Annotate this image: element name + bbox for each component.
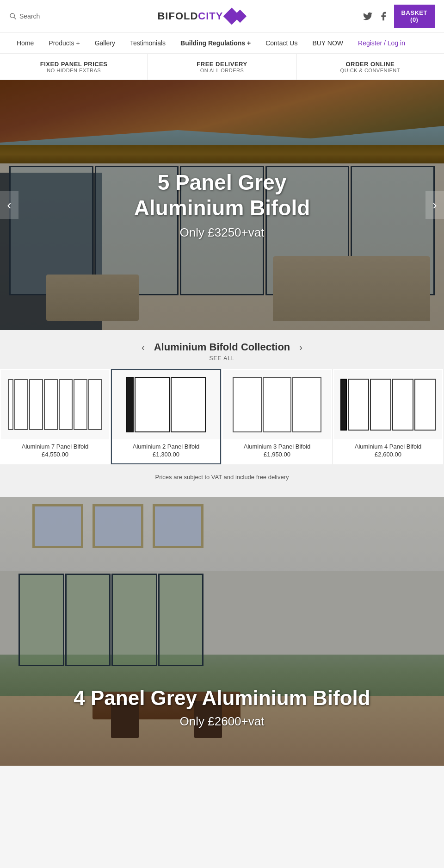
info-sub-2: ON ALL ORDERS	[153, 68, 291, 73]
collection-see-all[interactable]: SEE ALL	[0, 355, 444, 362]
hero-next-button[interactable]: ›	[426, 191, 444, 219]
nav-register[interactable]: Register / Log in	[351, 33, 413, 53]
collection-next-button[interactable]: ›	[299, 342, 302, 353]
collection-prev-button[interactable]: ‹	[142, 342, 145, 353]
collection-items: Aluminium 7 Panel Bifold £4,550.00 Alumi…	[0, 369, 444, 464]
item-price-4panel: £2,600.00	[334, 451, 442, 463]
info-free-delivery: FREE DELIVERY ON ALL ORDERS	[148, 54, 296, 80]
info-title-3: ORDER ONLINE	[301, 61, 439, 68]
nav-gallery[interactable]: Gallery	[87, 33, 123, 53]
collection-item-7panel[interactable]: Aluminium 7 Panel Bifold £4,550.00	[0, 369, 110, 464]
hero-price: Only £3250+vat	[111, 226, 333, 240]
search-icon	[9, 12, 17, 20]
item-name-7panel: Aluminium 7 Panel Bifold	[1, 439, 109, 451]
collection-item-img-2panel	[112, 370, 220, 439]
hero-slider-2: 4 Panel Grey Aluminium Bifold Only £2600…	[0, 497, 444, 766]
collection-item-4panel[interactable]: Aluminium 4 Panel Bifold £2,600.00	[333, 369, 443, 464]
logo[interactable]: BIFOLDCITY	[157, 10, 245, 22]
info-title-2: FREE DELIVERY	[153, 61, 291, 68]
collection-section: ‹ Aluminium Bifold Collection › SEE ALL …	[0, 330, 444, 497]
svg-line-1	[14, 17, 16, 19]
facebook-icon[interactable]	[378, 11, 388, 21]
item-name-3panel: Aluminium 3 Panel Bifold	[223, 439, 331, 451]
info-order-online: ORDER ONLINE QUICK & CONVENIENT	[296, 54, 444, 80]
svg-point-0	[10, 13, 14, 18]
search-label: Search	[19, 12, 40, 20]
nav-contact[interactable]: Contact Us	[258, 33, 305, 53]
header-right: BASKET (0)	[363, 5, 435, 28]
nav-products[interactable]: Products +	[41, 33, 87, 53]
hero-prev-button[interactable]: ‹	[0, 191, 18, 219]
info-title-1: FIXED PANEL PRICES	[5, 61, 143, 68]
collection-item-img-4panel	[334, 370, 442, 439]
prices-note: Prices are subject to VAT and include fr…	[0, 464, 444, 490]
info-bar: FIXED PANEL PRICES NO HIDDEN EXTRAS FREE…	[0, 54, 444, 80]
item-price-7panel: £4,550.00	[1, 451, 109, 463]
collection-header: ‹ Aluminium Bifold Collection ›	[0, 341, 444, 353]
hero-title: 5 Panel Grey Aluminium Bifold	[111, 170, 333, 221]
info-fixed-prices: FIXED PANEL PRICES NO HIDDEN EXTRAS	[0, 54, 148, 80]
hero-content: 5 Panel Grey Aluminium Bifold Only £3250…	[111, 170, 333, 240]
logo-diamonds	[226, 10, 245, 22]
info-sub-3: QUICK & CONVENIENT	[301, 68, 439, 73]
hero-slider-1: 5 Panel Grey Aluminium Bifold Only £3250…	[0, 80, 444, 330]
search-button[interactable]: Search	[9, 12, 40, 20]
item-name-2panel: Aluminium 2 Panel Bifold	[112, 439, 220, 451]
nav-buy-now[interactable]: BUY NOW	[305, 33, 351, 53]
item-price-3panel: £1,950.00	[223, 451, 331, 463]
collection-item-2panel[interactable]: Aluminium 2 Panel Bifold £1,300.00	[111, 369, 221, 464]
header: Search BIFOLDCITY BASKET (0)	[0, 0, 444, 33]
twitter-icon[interactable]	[363, 11, 373, 21]
collection-title: Aluminium Bifold Collection	[154, 341, 290, 353]
logo-text: BIFOLDCITY	[157, 10, 223, 22]
collection-item-img-3panel	[223, 370, 331, 439]
nav-testimonials[interactable]: Testimonials	[123, 33, 173, 53]
nav-home[interactable]: Home	[9, 33, 41, 53]
hero2-price: Only £2600+vat	[0, 714, 444, 729]
collection-item-img-7panel	[1, 370, 109, 439]
main-nav: Home Products + Gallery Testimonials Bui…	[0, 33, 444, 54]
basket-button[interactable]: BASKET (0)	[394, 5, 435, 28]
nav-building-regulations[interactable]: Building Regulations +	[173, 33, 258, 53]
info-sub-1: NO HIDDEN EXTRAS	[5, 68, 143, 73]
item-price-2panel: £1,300.00	[112, 451, 220, 463]
hero2-content: 4 Panel Grey Aluminium Bifold Only £2600…	[0, 686, 444, 729]
item-name-4panel: Aluminium 4 Panel Bifold	[334, 439, 442, 451]
collection-item-3panel[interactable]: Aluminium 3 Panel Bifold £1,950.00	[222, 369, 332, 464]
hero2-title: 4 Panel Grey Aluminium Bifold	[0, 686, 444, 711]
